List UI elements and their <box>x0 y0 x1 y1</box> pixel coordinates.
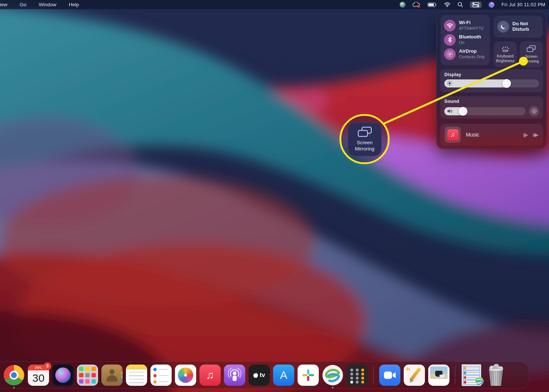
dock-calendar-icon[interactable]: JUL 30 3 <box>28 365 49 386</box>
search-icon[interactable] <box>458 1 463 8</box>
control-center-icon[interactable] <box>470 1 482 8</box>
screen-mirroring-button[interactable]: Screen Mirroring <box>520 41 543 67</box>
do-not-disturb-toggle[interactable]: Do Not Disturb <box>494 16 543 38</box>
dock: JUL 30 3 <box>0 361 529 389</box>
menu-bar-status: Fri Jul 30 11:02 PM <box>400 1 549 8</box>
sound-card: Sound <box>440 96 543 119</box>
apple-logo <box>253 372 258 378</box>
dock-launchpad-icon[interactable] <box>77 365 98 386</box>
display-label: Display <box>444 72 539 77</box>
brightness-sun-icon <box>447 81 452 87</box>
dnd-title: Do Not Disturb <box>512 21 539 32</box>
anyconnect-badge-icon <box>474 376 484 387</box>
wifi-title: Wi-Fi <box>459 20 483 26</box>
siri-icon[interactable] <box>489 1 494 8</box>
sound-label: Sound <box>444 98 539 104</box>
airdrop-toggle[interactable]: AirDrop Contacts Only <box>444 47 486 61</box>
bluetooth-title: Bluetooth <box>459 34 481 40</box>
display-card: Display <box>440 69 543 92</box>
menu-go[interactable]: Go <box>20 2 26 7</box>
calendar-day: 30 <box>28 370 49 386</box>
desktop: View Go Window Help <box>0 0 549 392</box>
dock-divider <box>373 366 374 385</box>
play-icon[interactable]: ▶ <box>523 131 528 139</box>
menu-view[interactable]: View <box>0 2 7 7</box>
dock-divider <box>455 366 455 385</box>
control-center-panel: Wi-Fi ATT54rHY7U Bluetooth On <box>436 11 547 149</box>
wifi-icon[interactable] <box>444 1 451 8</box>
dock-siri-icon[interactable] <box>52 365 74 386</box>
screen-mirroring-zoomed-button[interactable]: Screen Mirroring <box>348 122 382 156</box>
music-artwork: ♫ <box>445 127 461 143</box>
calendar-notification-badge: 3 <box>44 362 51 370</box>
wifi-circle-icon <box>444 20 456 31</box>
dock-pages-icon[interactable]: “ <box>404 365 425 386</box>
dock-reminders-icon[interactable] <box>150 365 172 386</box>
music-card: ♫ Music ▶ ▶▶ <box>440 124 543 146</box>
dock-slack-icon[interactable] <box>298 365 319 386</box>
dock-app-store-icon[interactable]: A <box>273 365 294 386</box>
music-title: Music <box>466 132 523 138</box>
menu-window[interactable]: Window <box>39 2 56 7</box>
dock-music-icon[interactable]: ♫ <box>199 365 221 386</box>
keyboard-brightness-icon <box>501 46 510 52</box>
bluetooth-toggle[interactable]: Bluetooth On <box>444 33 486 47</box>
display-slider[interactable] <box>444 79 539 87</box>
menu-bar: View Go Window Help <box>0 0 549 9</box>
sound-slider[interactable] <box>444 107 526 115</box>
dock-anyconnect-icon[interactable] <box>322 365 343 386</box>
airdrop-circle-icon <box>444 48 456 60</box>
airdrop-title: AirDrop <box>459 49 485 54</box>
bluetooth-subtitle: On <box>459 40 481 45</box>
screen-mirroring-icon <box>527 45 536 52</box>
keyboard-brightness-label: Keyboard Brightness <box>494 54 517 63</box>
cloud-icon[interactable] <box>412 1 421 8</box>
app-store-letter: A <box>280 369 287 381</box>
globe-icon[interactable] <box>400 1 406 8</box>
screen-mirroring-label: Screen Mirroring <box>520 54 543 63</box>
dock-chrome-icon[interactable] <box>3 365 25 386</box>
keyboard-brightness-button[interactable]: Keyboard Brightness <box>494 41 517 67</box>
apple-tv-text: tv <box>259 372 265 379</box>
dock-contacts-icon[interactable] <box>101 365 123 386</box>
wifi-subtitle: ATT54rHY7U <box>459 26 483 31</box>
screen-mirroring-zoomed-label: Screen Mirroring <box>350 140 380 152</box>
battery-icon[interactable] <box>427 1 437 8</box>
screen-mirroring-icon-large <box>358 127 372 138</box>
fast-forward-icon[interactable]: ▶▶ <box>533 132 539 138</box>
dock-trash-icon[interactable] <box>485 365 507 386</box>
airdrop-subtitle: Contacts Only <box>459 55 485 60</box>
dock-notes-icon[interactable] <box>126 365 147 386</box>
dock-textedit-icon[interactable] <box>428 365 449 386</box>
wifi-toggle[interactable]: Wi-Fi ATT54rHY7U <box>444 18 486 33</box>
dock-apple-tv-icon[interactable]: tv <box>249 365 270 386</box>
menu-bar-clock[interactable]: Fri Jul 30 11:02 PM <box>501 2 545 7</box>
moon-icon <box>497 21 509 33</box>
display-slider-fill <box>444 79 511 87</box>
music-app-icon: ♫ <box>447 129 459 141</box>
menu-help[interactable]: Help <box>69 2 79 7</box>
bluetooth-circle-icon <box>444 34 456 46</box>
dock-zoom-icon[interactable] <box>379 365 400 386</box>
menu-bar-menus: View Go Window Help <box>0 2 79 7</box>
airplay-audio-button[interactable] <box>529 106 539 116</box>
dock-minimized-window[interactable] <box>461 365 482 386</box>
connectivity-card: Wi-Fi ATT54rHY7U Bluetooth On <box>441 15 490 65</box>
dock-photos-icon[interactable] <box>175 365 196 386</box>
dock-calculator-icon[interactable] <box>347 365 368 386</box>
dock-podcasts-icon[interactable] <box>224 365 245 386</box>
speaker-icon <box>447 108 453 115</box>
